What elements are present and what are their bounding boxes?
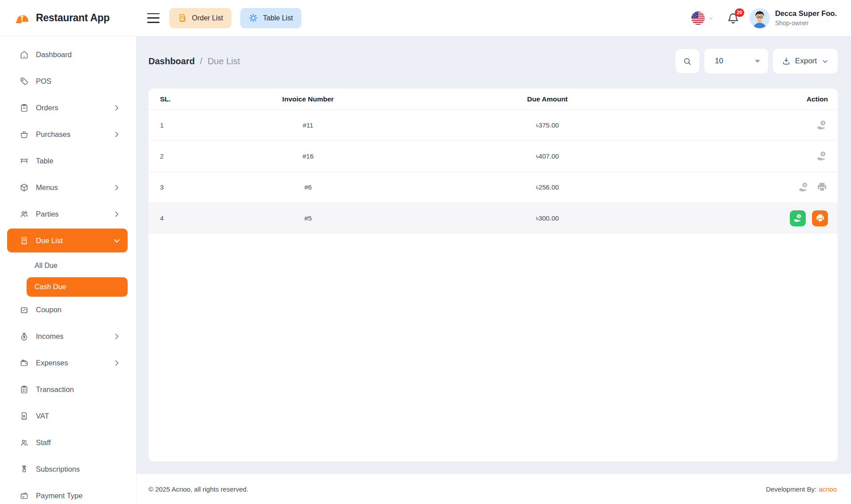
- app-window: Restaurant App Order List Table: [0, 0, 851, 504]
- sidebar-item-orders[interactable]: Orders: [7, 96, 128, 120]
- chevron-right-icon: [112, 358, 121, 368]
- sidebar-item-label: Parties: [36, 210, 59, 218]
- table-row: 2 #16 ৳407.00: [148, 141, 838, 172]
- chevron-right-icon: [112, 130, 121, 139]
- breadcrumb-separator: /: [200, 56, 203, 66]
- page-footer: © 2025 Acnoo, all rights reserved. Devel…: [137, 474, 851, 504]
- chevron-down-icon: [708, 15, 714, 21]
- print-icon[interactable]: [816, 181, 828, 193]
- language-selector[interactable]: [691, 12, 714, 25]
- money-bag-icon: [20, 332, 29, 341]
- breadcrumb: Dashboard / Due List: [148, 56, 240, 66]
- sidebar-item-label: Payment Type: [36, 492, 82, 500]
- sidebar-item-label: Purchases: [36, 130, 70, 139]
- sidebar-item-subscriptions[interactable]: Subscriptions: [7, 457, 128, 481]
- users-icon: [20, 209, 29, 219]
- sidebar-item-vat[interactable]: VAT: [7, 404, 128, 428]
- column-header-invoice: Invoice Number: [219, 95, 397, 103]
- invoice-icon: [178, 13, 187, 23]
- sidebar-item-label: VAT: [36, 412, 49, 420]
- print-icon: [815, 213, 825, 223]
- per-page-select[interactable]: 10: [704, 49, 768, 74]
- sidebar-item-payment-type[interactable]: Payment Type: [7, 484, 128, 504]
- receive-money-icon[interactable]: [816, 119, 828, 131]
- cell-actions: [698, 150, 838, 162]
- user-menu[interactable]: Decca Super Foo. Shop-owner: [775, 9, 837, 27]
- receive-money-icon[interactable]: [798, 181, 810, 193]
- sidebar-item-staff[interactable]: Staff: [7, 430, 128, 454]
- order-list-button[interactable]: Order List: [169, 8, 231, 28]
- export-label: Export: [795, 57, 817, 66]
- select-caret-icon: [755, 60, 760, 63]
- sidebar-item-parties[interactable]: Parties: [7, 202, 128, 226]
- print-button[interactable]: [812, 210, 828, 226]
- column-header-due: Due Amount: [397, 95, 698, 103]
- table-row: 4 #5 ৳300.00: [148, 203, 838, 234]
- chevron-down-icon: [821, 58, 829, 65]
- cell-due: ৳300.00: [397, 214, 698, 222]
- sidebar-item-label: Coupon: [36, 306, 62, 314]
- staff-icon: [20, 438, 29, 447]
- notifications-button[interactable]: 20: [726, 12, 740, 25]
- export-button[interactable]: Export: [773, 49, 838, 74]
- sidebar-item-expenses[interactable]: Expenses: [7, 351, 128, 375]
- sidebar-subitem-cash-due[interactable]: Cash Due: [27, 277, 128, 297]
- user-name: Decca Super Foo.: [775, 9, 837, 18]
- table-list-button[interactable]: Table List: [240, 8, 301, 28]
- sidebar-item-label: Transaction: [36, 385, 74, 394]
- home-icon: [20, 50, 29, 59]
- sidebar-item-incomes[interactable]: Incomes: [7, 324, 128, 348]
- breadcrumb-dashboard-link[interactable]: Dashboard: [148, 56, 195, 66]
- clipboard-check-icon: [20, 385, 29, 394]
- hamburger-menu-icon[interactable]: [147, 13, 160, 23]
- ticket-icon: [20, 305, 29, 314]
- us-flag-icon: [691, 12, 705, 25]
- clipboard-icon: [20, 103, 29, 112]
- sidebar-item-due-list[interactable]: Due List: [7, 229, 128, 252]
- cell-sl: 1: [148, 121, 219, 129]
- sidebar-subitem-label: Cash Due: [35, 283, 66, 291]
- cell-actions: [698, 181, 838, 193]
- brand-logo: Restaurant App: [0, 10, 137, 27]
- user-role: Shop-owner: [775, 19, 837, 27]
- receive-money-icon[interactable]: [816, 150, 828, 162]
- sidebar-item-purchases[interactable]: Purchases: [7, 122, 128, 146]
- column-header-action: Action: [698, 95, 838, 103]
- table-list-label: Table List: [263, 14, 293, 22]
- cell-invoice: #11: [219, 121, 397, 129]
- sidebar-item-label: Expenses: [36, 359, 68, 367]
- search-button[interactable]: [675, 49, 699, 73]
- round-table-icon: [249, 13, 258, 23]
- sidebar-item-table[interactable]: Table: [7, 149, 128, 173]
- sidebar-item-label: Incomes: [36, 332, 63, 341]
- cell-due: ৳375.00: [397, 121, 698, 129]
- cell-actions: [698, 210, 838, 226]
- receive-money-button[interactable]: [790, 210, 806, 226]
- sidebar-item-transaction[interactable]: Transaction: [7, 377, 128, 401]
- table-icon: [20, 156, 29, 166]
- table-row: 3 #6 ৳256.00: [148, 172, 838, 203]
- table-row: 1 #11 ৳375.00: [148, 110, 838, 141]
- sidebar-subitem-all-due[interactable]: All Due: [27, 255, 128, 276]
- sidebar-item-label: Staff: [36, 438, 51, 447]
- download-icon: [782, 57, 791, 66]
- development-by-label: Development By:: [766, 485, 816, 493]
- chevron-right-icon: [112, 332, 121, 341]
- sidebar-item-coupon[interactable]: Coupon: [7, 298, 128, 322]
- cell-invoice: #6: [219, 183, 397, 191]
- cell-due: ৳256.00: [397, 183, 698, 191]
- table-header-row: SL. Invoice Number Due Amount Action: [148, 89, 838, 110]
- chevron-right-icon: [112, 183, 121, 192]
- sidebar-item-menus[interactable]: Menus: [7, 175, 128, 199]
- development-credit: Development By:acnoo: [766, 485, 837, 493]
- top-bar: Restaurant App Order List Table: [0, 0, 851, 36]
- chevron-down-icon: [112, 236, 121, 245]
- receive-money-icon: [793, 213, 803, 223]
- brand-name: Restaurant App: [36, 12, 109, 24]
- sidebar-item-pos[interactable]: POS: [7, 69, 128, 93]
- sidebar-item-dashboard[interactable]: Dashboard: [7, 43, 128, 66]
- sidebar-nav: Dashboard POS Orders Purchases Table: [0, 36, 137, 504]
- cell-due: ৳407.00: [397, 152, 698, 160]
- user-avatar[interactable]: [750, 8, 770, 28]
- acnoo-link[interactable]: acnoo: [819, 485, 837, 493]
